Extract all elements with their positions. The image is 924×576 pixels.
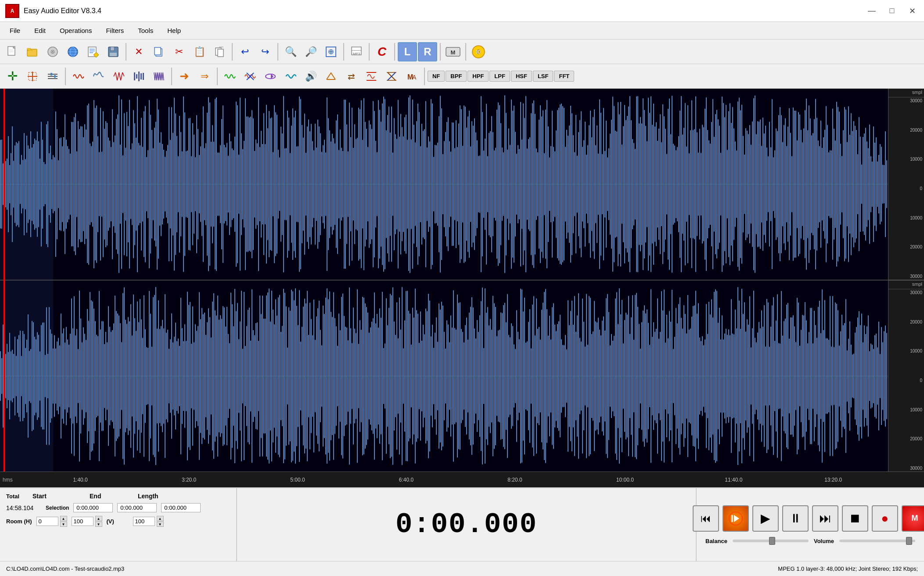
cursor-select-button[interactable] xyxy=(23,67,42,86)
values-row: 14:58.104 Selection xyxy=(6,503,230,512)
room-h-up[interactable]: ▲ xyxy=(60,516,67,521)
wave-show4-button[interactable] xyxy=(129,67,148,86)
menu-help[interactable]: Help xyxy=(161,24,187,37)
left-channel-button[interactable]: L xyxy=(398,42,417,61)
zoom-out-button[interactable]: 🔎 xyxy=(301,42,320,61)
right-channel-button[interactable]: R xyxy=(418,42,437,61)
record-button[interactable]: ● xyxy=(872,505,898,532)
play-button[interactable]: ▶ xyxy=(752,505,779,532)
menu-operations[interactable]: Operations xyxy=(54,24,98,37)
room-h2-up[interactable]: ▲ xyxy=(95,516,102,521)
play-from-cursor-button[interactable] xyxy=(723,505,749,532)
arrow-right2-button[interactable]: ⇒ xyxy=(195,67,214,86)
cursor-eq-button[interactable] xyxy=(43,67,62,86)
menu-filters[interactable]: Filters xyxy=(100,24,130,37)
rewind-start-button[interactable]: ⏮ xyxy=(693,505,719,532)
copy-button[interactable] xyxy=(149,42,169,61)
nf-button[interactable]: NF xyxy=(428,71,445,82)
paste-button[interactable]: 📋 xyxy=(190,42,209,61)
wave-x-button[interactable] xyxy=(241,67,260,86)
reverb-button[interactable] xyxy=(281,67,300,86)
room-v-input[interactable] xyxy=(133,517,155,526)
wave-green-button[interactable] xyxy=(220,67,240,86)
fft-button[interactable]: FFT xyxy=(554,71,574,82)
undo-button[interactable]: ↩ xyxy=(235,42,255,61)
maximize-button[interactable]: □ xyxy=(885,6,899,16)
start-field[interactable] xyxy=(73,503,113,512)
hpf-button[interactable]: HPF xyxy=(467,71,489,82)
channel-bottom[interactable] xyxy=(0,281,888,472)
length-field[interactable] xyxy=(161,503,201,512)
reverse-button[interactable]: ⇄ xyxy=(342,67,361,86)
menu-tools[interactable]: Tools xyxy=(132,24,159,37)
open-button[interactable] xyxy=(23,42,42,61)
channel-top[interactable] xyxy=(0,89,888,281)
time-mark-3: 5:00.0 xyxy=(290,477,305,483)
ruler-0-1: 0 xyxy=(890,186,922,191)
edit-button[interactable] xyxy=(83,42,103,61)
zoom-in-button[interactable]: 🔍 xyxy=(281,42,300,61)
smpl-label-top: smpl xyxy=(888,89,924,97)
svg-point-8 xyxy=(52,51,54,52)
status-left: C:\LO4D.com\LO4D.com - Test-srcaudio2.mp… xyxy=(6,565,778,572)
svg-rect-48 xyxy=(54,75,56,78)
svg-text:MP3: MP3 xyxy=(353,52,360,56)
room-v-down[interactable]: ▼ xyxy=(157,522,164,527)
balance-slider[interactable] xyxy=(733,540,809,542)
menu-file[interactable]: File xyxy=(4,24,26,37)
volume-button[interactable]: 🔊 xyxy=(301,67,320,86)
bpf-button[interactable]: BPF xyxy=(446,71,467,82)
svg-rect-57 xyxy=(138,72,140,81)
room-h-input[interactable] xyxy=(36,517,58,526)
room-label: Room (H) xyxy=(6,518,32,525)
export-button[interactable]: MP3 xyxy=(347,42,366,61)
pause-button[interactable]: ⏸ xyxy=(782,505,809,532)
save-button[interactable] xyxy=(104,42,123,61)
wave-ma-button[interactable]: MA xyxy=(402,67,421,86)
wave-show3-button[interactable] xyxy=(109,67,128,86)
zoom-fit-button[interactable] xyxy=(321,42,341,61)
wave-fade-button[interactable] xyxy=(382,67,401,86)
mono-button[interactable]: M xyxy=(443,42,463,61)
arrow-right-button[interactable]: ➜ xyxy=(175,67,194,86)
room-h-down[interactable]: ▼ xyxy=(60,522,67,527)
wave-show2-button[interactable] xyxy=(89,67,108,86)
hsf-button[interactable]: HSF xyxy=(511,71,532,82)
lsf-button[interactable]: LSF xyxy=(533,71,554,82)
m-button[interactable]: M xyxy=(902,505,924,532)
paste2-button[interactable] xyxy=(210,42,229,61)
toolbar2: ✛ ➜ ⇒ xyxy=(0,64,924,89)
menu-bar: File Edit Operations Filters Tools Help xyxy=(0,22,924,40)
volume-slider[interactable] xyxy=(839,540,915,542)
lpf-button[interactable]: LPF xyxy=(489,71,510,82)
wave-show1-button[interactable] xyxy=(68,67,88,86)
room-v-up[interactable]: ▲ xyxy=(157,516,164,521)
redo-button[interactable]: ↪ xyxy=(255,42,275,61)
end-field[interactable] xyxy=(117,503,157,512)
room-h2-input[interactable] xyxy=(72,517,93,526)
close-button[interactable]: ✕ xyxy=(906,6,919,16)
fast-forward-button[interactable]: ⏭ xyxy=(812,505,838,532)
menu-edit[interactable]: Edit xyxy=(28,24,52,37)
delete-button[interactable]: ✕ xyxy=(129,42,148,61)
globe-button[interactable] xyxy=(63,42,83,61)
cd2-button[interactable]: ID xyxy=(469,42,488,61)
ruler-10000-1: 10000 xyxy=(890,157,922,162)
wave-lines-button[interactable] xyxy=(362,67,381,86)
cd-button[interactable] xyxy=(43,42,62,61)
svg-rect-56 xyxy=(136,74,137,79)
ruler-20000-2: 20000 xyxy=(890,320,922,324)
svg-rect-23 xyxy=(155,47,161,55)
time-mark-6: 10:00.0 xyxy=(616,477,634,483)
cursor-add-button[interactable]: ✛ xyxy=(3,67,22,86)
room-h2-down[interactable]: ▼ xyxy=(95,522,102,527)
cut-button[interactable]: ✂ xyxy=(169,42,189,61)
pan-button[interactable] xyxy=(321,67,341,86)
wave-loop-button[interactable] xyxy=(261,67,280,86)
new-button[interactable] xyxy=(3,42,22,61)
wave-show5-button[interactable] xyxy=(149,67,169,86)
record-c-button[interactable]: C xyxy=(372,42,392,61)
transport-buttons: ⏮ ▶ ⏸ ⏭ ⏹ ● M xyxy=(693,505,924,532)
stop-button[interactable]: ⏹ xyxy=(842,505,868,532)
minimize-button[interactable]: — xyxy=(865,6,878,16)
